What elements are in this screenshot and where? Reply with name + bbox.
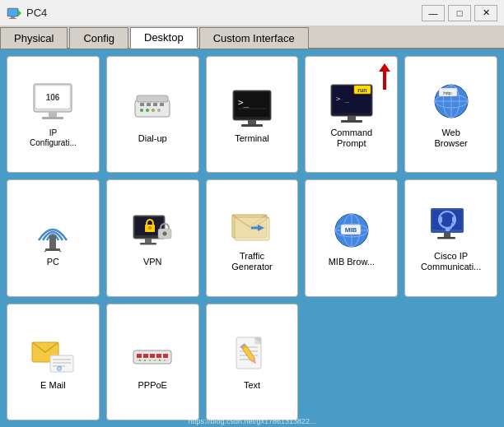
svg-text:> _: > _ xyxy=(336,95,350,103)
dialup-icon xyxy=(128,87,176,130)
svg-rect-49 xyxy=(145,239,152,243)
vpn-label: VPN xyxy=(143,257,162,267)
vpn-icon xyxy=(128,211,176,253)
close-button[interactable]: ✕ xyxy=(474,5,497,21)
svg-point-89 xyxy=(159,360,161,361)
tile-pppoe[interactable]: PPPoE xyxy=(106,304,199,420)
svg-rect-9 xyxy=(42,117,63,119)
svg-text:MIB: MIB xyxy=(344,226,357,234)
tile-email[interactable]: @ E Mail xyxy=(7,304,100,420)
svg-point-48 xyxy=(148,226,152,230)
svg-marker-4 xyxy=(18,10,21,16)
svg-point-16 xyxy=(140,109,143,112)
svg-rect-81 xyxy=(150,354,155,358)
command-prompt-icon: run > _ xyxy=(328,81,376,124)
svg-rect-80 xyxy=(143,354,148,358)
svg-text:@: @ xyxy=(57,365,63,371)
svg-point-17 xyxy=(146,109,149,112)
desktop-content: 106 IPConfigurati... xyxy=(0,49,504,427)
svg-rect-71 xyxy=(437,237,455,239)
ip-config-label: IPConfigurati... xyxy=(30,128,77,148)
svg-point-52 xyxy=(163,231,167,235)
svg-rect-68 xyxy=(452,216,455,223)
tile-pc[interactable]: PC xyxy=(7,179,100,296)
svg-text:>_: >_ xyxy=(238,97,250,108)
tile-cisco-ip-comm[interactable]: Cisco IPCommunicati... xyxy=(404,179,497,296)
svg-point-19 xyxy=(157,109,161,112)
ip-config-icon: 106 xyxy=(29,82,77,125)
tile-ip-config[interactable]: 106 IPConfigurati... xyxy=(7,56,100,173)
tile-dialup[interactable]: Dial-up xyxy=(106,56,199,173)
email-icon: @ xyxy=(29,334,77,377)
mib-browser-icon: MIB xyxy=(328,211,376,253)
svg-rect-67 xyxy=(439,216,442,223)
title-bar: PC4 — □ ✕ xyxy=(0,0,504,26)
text-icon xyxy=(228,334,276,377)
svg-rect-69 xyxy=(446,228,450,231)
title-bar-left: PC4 xyxy=(7,6,47,21)
svg-rect-11 xyxy=(137,95,168,102)
svg-point-86 xyxy=(144,360,146,361)
tab-desktop[interactable]: Desktop xyxy=(130,27,198,49)
web-browser-icon: http: xyxy=(427,81,475,124)
svg-rect-82 xyxy=(156,354,161,358)
svg-rect-79 xyxy=(137,354,142,358)
web-browser-label: WebBrowser xyxy=(434,128,467,149)
app-icon xyxy=(7,6,21,21)
svg-text:run: run xyxy=(357,87,366,93)
svg-rect-1 xyxy=(8,9,17,16)
pc-icon xyxy=(29,211,77,253)
svg-rect-84 xyxy=(137,360,168,361)
minimize-button[interactable]: — xyxy=(422,5,445,21)
svg-rect-8 xyxy=(49,112,57,117)
terminal-icon: >_ xyxy=(228,87,276,130)
mib-browser-label: MIB Brow... xyxy=(329,257,375,267)
svg-point-90 xyxy=(164,360,166,361)
dialup-label: Dial-up xyxy=(138,133,167,144)
tile-terminal[interactable]: >_ Terminal xyxy=(206,56,299,173)
svg-rect-70 xyxy=(444,233,450,237)
svg-rect-25 xyxy=(241,124,263,127)
tile-empty-1 xyxy=(305,304,398,420)
arrow-overlay xyxy=(379,63,390,90)
tab-bar: Physical Config Desktop Custom Interface xyxy=(0,26,504,49)
traffic-gen-icon xyxy=(228,205,276,248)
svg-rect-50 xyxy=(140,243,156,245)
pppoe-icon xyxy=(128,334,176,377)
svg-text:106: 106 xyxy=(46,93,60,102)
svg-rect-12 xyxy=(140,103,144,106)
tile-web-browser[interactable]: http: WebBrowser xyxy=(404,56,497,173)
tile-traffic-gen[interactable]: TrafficGenerator xyxy=(206,179,299,296)
svg-rect-83 xyxy=(163,354,168,358)
svg-rect-2 xyxy=(11,16,15,18)
tab-config[interactable]: Config xyxy=(69,27,128,49)
svg-point-87 xyxy=(149,360,151,361)
cisco-ip-comm-icon xyxy=(427,205,475,248)
tile-vpn[interactable]: VPN xyxy=(106,179,199,296)
text-label: Text xyxy=(244,380,260,391)
svg-rect-15 xyxy=(160,103,164,106)
svg-rect-32 xyxy=(341,120,362,123)
terminal-label: Terminal xyxy=(235,133,269,144)
svg-rect-31 xyxy=(348,116,356,120)
command-prompt-label: CommandPrompt xyxy=(330,128,372,149)
traffic-gen-label: TrafficGenerator xyxy=(231,251,273,272)
svg-point-88 xyxy=(154,360,156,361)
window-controls[interactable]: — □ ✕ xyxy=(422,5,497,21)
tab-custom-interface[interactable]: Custom Interface xyxy=(199,27,309,49)
email-label: E Mail xyxy=(40,380,66,391)
window-title: PC4 xyxy=(26,7,47,19)
svg-rect-65 xyxy=(432,210,462,230)
svg-rect-10 xyxy=(135,100,170,117)
tile-text[interactable]: Text xyxy=(206,304,299,420)
svg-point-18 xyxy=(152,109,155,112)
tile-command-prompt[interactable]: run > _ CommandPrompt xyxy=(305,56,398,173)
tile-mib-browser[interactable]: MIB MIB Brow... xyxy=(305,179,398,296)
tile-empty-2 xyxy=(404,304,497,420)
tab-physical[interactable]: Physical xyxy=(0,27,68,49)
svg-rect-41 xyxy=(49,235,56,250)
pppoe-label: PPPoE xyxy=(138,380,166,391)
svg-rect-3 xyxy=(9,18,16,19)
maximize-button[interactable]: □ xyxy=(448,5,471,21)
cisco-ip-comm-label: Cisco IPCommunicati... xyxy=(421,251,481,272)
